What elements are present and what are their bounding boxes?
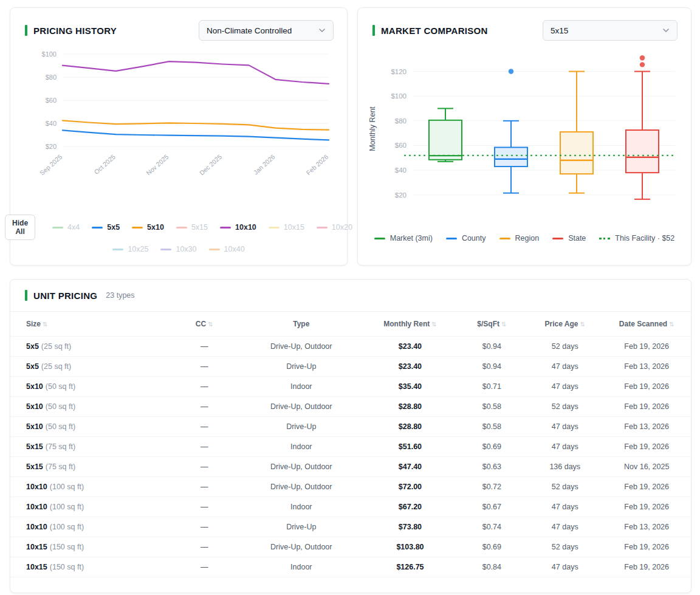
table-row[interactable]: 10x10(100 sq ft)—Indoor$67.20$0.6747 day… — [10, 497, 691, 517]
unit-size-dropdown[interactable]: 5x15 — [543, 20, 678, 41]
series-line-5x10 — [63, 120, 329, 129]
cell-type: Drive-Up, Outdoor — [238, 397, 364, 417]
x-tick-label: Jan 2026 — [252, 153, 276, 176]
legend-item-5x5[interactable]: 5x5 — [92, 223, 120, 232]
box-Region — [560, 132, 593, 174]
cell-size: 10x15(150 sq ft) — [10, 557, 170, 577]
unit-pricing-table-head: Size⇅CC⇅TypeMonthly Rent⇅$/SqFt⇅Price Ag… — [10, 312, 691, 337]
cell-type: Indoor — [238, 497, 364, 517]
size-value: 10x10 — [26, 483, 47, 491]
table-row[interactable]: 5x10(50 sq ft)—Drive-Up, Outdoor$28.80$0… — [10, 397, 691, 417]
cell-date-scanned: Nov 16, 2025 — [602, 457, 691, 477]
climate-filter-dropdown[interactable]: Non-Climate Controlled — [199, 20, 334, 41]
cell-monthly-rent-value: $47.40 — [399, 463, 422, 471]
cell-monthly-rent-value: $35.40 — [399, 382, 422, 391]
column-header-price-age[interactable]: Price Age⇅ — [527, 312, 602, 337]
size-sqft: (100 sq ft) — [50, 503, 84, 511]
column-header-cc[interactable]: CC⇅ — [170, 312, 238, 337]
cell-size: 10x10(100 sq ft) — [10, 497, 170, 517]
cell-per-sqft: $0.74 — [456, 517, 528, 537]
cell-type: Drive-Up — [238, 517, 364, 537]
legend-swatch — [374, 238, 385, 239]
column-header-monthly-rent[interactable]: Monthly Rent⇅ — [364, 312, 456, 337]
cell-per-sqft: $0.84 — [456, 557, 528, 577]
cell-price-age: 47 days — [527, 357, 602, 377]
green-accent-bar — [25, 290, 27, 301]
cell-size: 5x10(50 sq ft) — [10, 397, 170, 417]
table-row[interactable]: 10x15(150 sq ft)—Indoor$126.75$0.8447 da… — [10, 557, 691, 577]
table-row[interactable]: 5x15(75 sq ft)—Drive-Up, Outdoor$47.40$0… — [10, 457, 691, 477]
legend-swatch — [269, 227, 280, 229]
cell-monthly-rent-value: $73.80 — [399, 523, 422, 531]
cell-cc: — — [170, 397, 238, 417]
cell-size: 10x10(100 sq ft) — [10, 517, 170, 537]
table-row[interactable]: 5x5(25 sq ft)—Drive-Up, Outdoor$23.40$0.… — [10, 337, 691, 357]
size-sqft: (75 sq ft) — [46, 442, 75, 451]
legend-item-Market (3mi)[interactable]: Market (3mi) — [374, 234, 433, 242]
hide-all-button[interactable]: Hide All — [5, 215, 35, 240]
series-line-5x5 — [63, 130, 329, 140]
size-value: 5x15 — [26, 442, 43, 451]
legend-label: 5x15 — [191, 223, 208, 232]
cell-monthly-rent-value: $67.20 — [399, 503, 422, 511]
legend-item-10x15[interactable]: 10x15 — [269, 223, 304, 232]
cell-date-scanned: Feb 13, 2026 — [602, 517, 691, 537]
legend-item-10x25[interactable]: 10x25 — [112, 245, 148, 253]
legend-swatch — [446, 238, 457, 239]
cell-date-scanned: Feb 19, 2026 — [602, 377, 691, 397]
cell-monthly-rent-value: $23.40 — [399, 362, 422, 371]
size-sqft: (150 sq ft) — [50, 563, 84, 571]
legend-item-State[interactable]: State — [552, 234, 586, 242]
cell-type: Indoor — [238, 557, 364, 577]
y-tick-label: $120 — [391, 68, 407, 75]
size-sqft: (50 sq ft) — [46, 402, 75, 411]
cell-size: 5x15(75 sq ft) — [10, 457, 170, 477]
table-row[interactable]: 5x5(25 sq ft)—Drive-Up$23.40$0.9447 days… — [10, 357, 691, 377]
table-row[interactable]: 5x10(50 sq ft)—Drive-Up$28.80$0.5847 day… — [10, 417, 691, 437]
cell-per-sqft: $0.94 — [456, 357, 528, 377]
size-value: 5x5 — [26, 362, 39, 371]
legend-item-This Facility · $52[interactable]: This Facility · $52 — [599, 234, 674, 242]
cell-date-scanned: Feb 13, 2026 — [602, 417, 691, 437]
legend-item-5x10[interactable]: 5x10 — [132, 223, 164, 232]
table-row[interactable]: 5x15(75 sq ft)—Indoor$51.60$0.6947 daysF… — [10, 437, 691, 457]
unit-size-value: 5x15 — [551, 26, 568, 35]
column-header-date-scanned[interactable]: Date Scanned⇅ — [602, 312, 691, 337]
legend-item-10x20[interactable]: 10x20 — [317, 223, 352, 232]
size-value: 5x15 — [26, 463, 43, 471]
legend-item-10x40[interactable]: 10x40 — [209, 245, 245, 253]
cell-size: 10x15(150 sq ft) — [10, 537, 170, 557]
table-row[interactable]: 10x15(150 sq ft)—Drive-Up, Outdoor$103.8… — [10, 537, 691, 557]
chevron-down-icon — [662, 28, 670, 33]
column-header--sqft[interactable]: $/SqFt⇅ — [456, 312, 528, 337]
legend-item-5x15[interactable]: 5x15 — [176, 223, 208, 232]
cell-monthly-rent: $23.40 — [364, 357, 456, 377]
column-header-size[interactable]: Size⇅ — [10, 312, 170, 337]
legend-item-County[interactable]: County — [446, 234, 486, 242]
cell-type: Indoor — [238, 377, 364, 397]
table-row[interactable]: 10x10(100 sq ft)—Drive-Up, Outdoor$72.00… — [10, 477, 691, 497]
legend-item-4x4[interactable]: 4x4 — [52, 223, 80, 232]
cell-per-sqft: $0.72 — [456, 477, 528, 497]
size-sqft: (100 sq ft) — [50, 523, 84, 531]
cell-date-scanned: Feb 19, 2026 — [602, 477, 691, 497]
size-sqft: (150 sq ft) — [50, 543, 84, 551]
legend-item-Region[interactable]: Region — [499, 234, 540, 242]
size-value: 10x10 — [26, 503, 47, 511]
legend-item-10x30[interactable]: 10x30 — [160, 245, 196, 253]
legend-item-10x10[interactable]: 10x10 — [220, 223, 256, 232]
cell-per-sqft: $0.94 — [456, 337, 528, 357]
dashboard-page: PRICING HISTORY Non-Climate Controlled $… — [0, 0, 700, 595]
legend-label: Region — [515, 234, 540, 242]
size-sqft: (50 sq ft) — [46, 382, 75, 391]
table-row[interactable]: 5x10(50 sq ft)—Indoor$35.40$0.7147 daysF… — [10, 377, 691, 397]
legend-swatch — [52, 227, 63, 229]
y-tick-label: $60 — [46, 97, 57, 104]
pricing-history-header: PRICING HISTORY Non-Climate Controlled — [10, 8, 347, 43]
legend-swatch — [499, 238, 510, 239]
box-State — [626, 130, 659, 173]
legend-label: 10x40 — [224, 245, 245, 253]
legend-label: 10x10 — [235, 223, 256, 232]
pricing-history-card: PRICING HISTORY Non-Climate Controlled $… — [10, 7, 348, 266]
table-row[interactable]: 10x10(100 sq ft)—Drive-Up$73.80$0.7447 d… — [10, 517, 691, 537]
